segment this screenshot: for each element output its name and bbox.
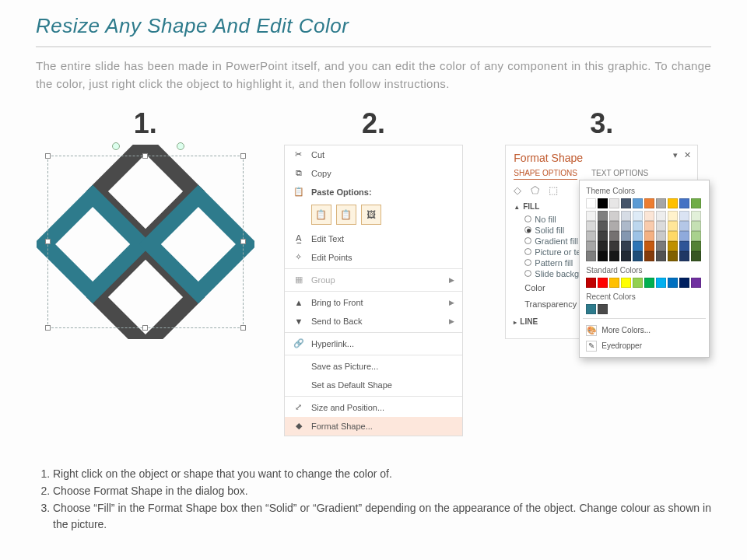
color-swatch[interactable] <box>586 278 596 288</box>
color-swatch[interactable] <box>621 221 631 231</box>
color-swatch[interactable] <box>668 278 678 288</box>
paste-option-dest-theme[interactable]: 📋 <box>311 205 331 225</box>
color-swatch[interactable] <box>609 221 619 231</box>
color-swatch[interactable] <box>656 231 666 241</box>
color-swatch[interactable] <box>644 221 654 231</box>
color-swatch[interactable] <box>609 251 619 261</box>
color-swatch[interactable] <box>644 278 654 288</box>
color-swatch[interactable] <box>621 241 631 251</box>
eyedropper-item[interactable]: ✎Eyedropper <box>586 338 703 354</box>
color-swatch[interactable] <box>621 198 631 208</box>
color-swatch[interactable] <box>633 231 643 241</box>
color-swatch[interactable] <box>691 278 701 288</box>
menu-edit-points[interactable]: ✧Edit Points <box>285 248 462 269</box>
close-icon[interactable]: ✕ <box>684 150 691 160</box>
color-swatch[interactable] <box>691 211 701 221</box>
resize-handle[interactable] <box>45 325 51 331</box>
color-swatch[interactable] <box>609 241 619 251</box>
color-swatch[interactable] <box>621 231 631 241</box>
color-swatch[interactable] <box>633 211 643 221</box>
color-swatch[interactable] <box>656 221 666 231</box>
menu-save-as-picture[interactable]: Save as Picture... <box>285 357 462 376</box>
color-swatch[interactable] <box>656 241 666 251</box>
tab-text-options[interactable]: TEXT OPTIONS <box>591 169 648 180</box>
color-swatch[interactable] <box>679 251 689 261</box>
color-swatch[interactable] <box>668 231 678 241</box>
resize-handle[interactable] <box>240 325 246 331</box>
panel-dropdown-icon[interactable]: ▾ <box>673 150 678 160</box>
color-swatch[interactable] <box>586 221 596 231</box>
menu-copy[interactable]: ⧉Copy <box>285 164 462 183</box>
color-swatch[interactable] <box>586 231 596 241</box>
color-swatch[interactable] <box>598 278 608 288</box>
color-swatch[interactable] <box>679 278 689 288</box>
color-swatch[interactable] <box>656 211 666 221</box>
color-swatch[interactable] <box>691 251 701 261</box>
color-swatch[interactable] <box>679 221 689 231</box>
menu-hyperlink[interactable]: 🔗Hyperlink... <box>285 334 462 355</box>
color-swatch[interactable] <box>656 278 666 288</box>
color-swatch[interactable] <box>644 241 654 251</box>
color-swatch[interactable] <box>691 198 701 208</box>
color-swatch[interactable] <box>598 221 608 231</box>
color-swatch[interactable] <box>598 241 608 251</box>
size-properties-icon[interactable]: ⬚ <box>549 184 558 196</box>
resize-handle[interactable] <box>240 239 246 244</box>
color-swatch[interactable] <box>598 211 608 221</box>
menu-set-default-shape[interactable]: Set as Default Shape <box>285 376 462 397</box>
color-swatch[interactable] <box>668 198 678 208</box>
color-swatch[interactable] <box>668 251 678 261</box>
color-swatch[interactable] <box>668 211 678 221</box>
color-swatch[interactable] <box>586 241 596 251</box>
color-swatch[interactable] <box>609 231 619 241</box>
more-colors-item[interactable]: 🎨More Colors... <box>586 323 703 338</box>
color-swatch[interactable] <box>656 198 666 208</box>
menu-edit-text[interactable]: A̲Edit Text <box>285 229 462 248</box>
menu-format-shape[interactable]: ◆Format Shape... <box>285 417 462 436</box>
color-swatch[interactable] <box>644 211 654 221</box>
paste-option-keep-source[interactable]: 📋 <box>336 205 356 225</box>
color-swatch[interactable] <box>609 211 619 221</box>
menu-size-position[interactable]: ⤢Size and Position... <box>285 398 462 417</box>
resize-handle[interactable] <box>142 153 148 159</box>
color-swatch[interactable] <box>586 198 596 208</box>
color-swatch[interactable] <box>656 251 666 261</box>
color-swatch[interactable] <box>621 278 631 288</box>
resize-handle[interactable] <box>240 153 246 159</box>
color-swatch[interactable] <box>621 211 631 221</box>
color-swatch[interactable] <box>679 241 689 251</box>
color-swatch[interactable] <box>598 231 608 241</box>
color-swatch[interactable] <box>633 241 643 251</box>
fill-line-icon[interactable]: ◇ <box>514 184 521 196</box>
color-swatch[interactable] <box>621 251 631 261</box>
selection-marquee[interactable] <box>47 156 244 328</box>
menu-bring-front[interactable]: ▲Bring to Front▶ <box>285 293 462 312</box>
color-swatch[interactable] <box>598 304 608 314</box>
color-swatch[interactable] <box>633 278 643 288</box>
color-swatch[interactable] <box>691 221 701 231</box>
color-swatch[interactable] <box>586 251 596 261</box>
color-swatch[interactable] <box>633 221 643 231</box>
menu-send-back[interactable]: ▼Send to Back▶ <box>285 312 462 333</box>
color-swatch[interactable] <box>598 251 608 261</box>
rotate-handle[interactable] <box>112 142 120 150</box>
color-swatch[interactable] <box>668 241 678 251</box>
resize-handle[interactable] <box>45 239 51 244</box>
color-swatch[interactable] <box>679 231 689 241</box>
color-swatch[interactable] <box>644 198 654 208</box>
color-swatch[interactable] <box>609 278 619 288</box>
color-swatch[interactable] <box>598 198 608 208</box>
rotate-handle[interactable] <box>177 142 184 150</box>
resize-handle[interactable] <box>142 325 148 331</box>
paste-option-picture[interactable]: 🖼 <box>361 205 381 225</box>
color-swatch[interactable] <box>668 221 678 231</box>
color-swatch[interactable] <box>609 198 619 208</box>
color-swatch[interactable] <box>679 211 689 221</box>
color-swatch[interactable] <box>691 241 701 251</box>
menu-cut[interactable]: ✂Cut <box>285 145 462 164</box>
color-swatch[interactable] <box>679 198 689 208</box>
resize-handle[interactable] <box>45 153 51 159</box>
color-swatch[interactable] <box>644 231 654 241</box>
effects-icon[interactable]: ⬠ <box>531 184 539 196</box>
tab-shape-options[interactable]: SHAPE OPTIONS <box>514 169 577 180</box>
